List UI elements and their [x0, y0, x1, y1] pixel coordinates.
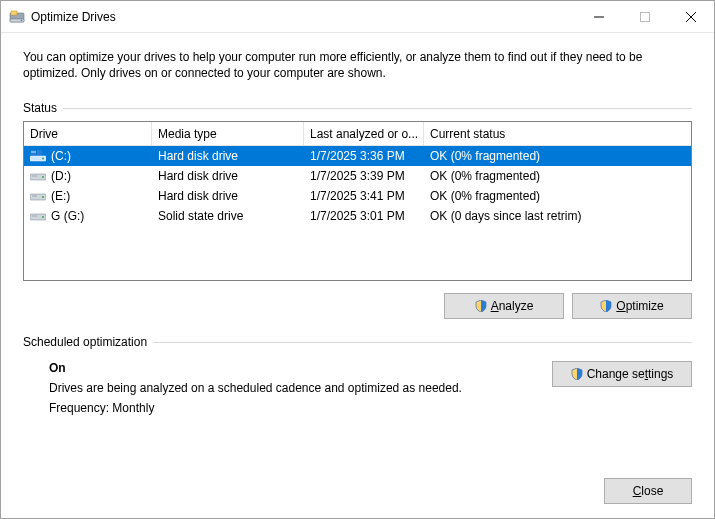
col-header-drive[interactable]: Drive	[24, 122, 152, 145]
titlebar: Optimize Drives	[1, 1, 714, 33]
drive-icon	[30, 190, 46, 202]
maximize-button[interactable]	[622, 1, 668, 32]
drive-last: 1/7/2025 3:39 PM	[304, 169, 424, 183]
shield-icon	[475, 300, 487, 312]
divider	[153, 342, 692, 343]
svg-rect-3	[11, 11, 17, 15]
svg-rect-11	[37, 150, 42, 155]
drive-status: OK (0% fragmented)	[424, 149, 691, 163]
drive-name: G (G:)	[51, 209, 84, 223]
svg-point-2	[21, 19, 23, 21]
table-row[interactable]: (E:)Hard disk drive1/7/2025 3:41 PMOK (0…	[24, 186, 691, 206]
drive-media: Solid state drive	[152, 209, 304, 223]
status-section-label: Status	[23, 101, 692, 115]
table-row[interactable]: G (G:)Solid state drive1/7/2025 3:01 PMO…	[24, 206, 691, 226]
optimize-drives-window: Optimize Drives You can optimize your dr…	[0, 0, 715, 519]
scheduled-desc: Drives are being analyzed on a scheduled…	[49, 381, 552, 395]
optimize-button[interactable]: Optimize	[572, 293, 692, 319]
svg-rect-15	[32, 176, 37, 177]
drive-name: (D:)	[51, 169, 71, 183]
scheduled-section: Scheduled optimization On Drives are bei…	[23, 335, 692, 415]
divider	[63, 108, 692, 109]
scheduled-section-label: Scheduled optimization	[23, 335, 692, 349]
table-row[interactable]: (D:)Hard disk drive1/7/2025 3:39 PMOK (0…	[24, 166, 691, 186]
change-settings-label: Change settings	[587, 367, 674, 381]
analyze-button[interactable]: Analyze	[444, 293, 564, 319]
drive-status: OK (0 days since last retrim)	[424, 209, 691, 223]
col-header-status[interactable]: Current status	[424, 122, 691, 145]
scheduled-body: On Drives are being analyzed on a schedu…	[23, 355, 692, 415]
scheduled-label-text: Scheduled optimization	[23, 335, 147, 349]
table-row[interactable]: (C:)Hard disk drive1/7/2025 3:36 PMOK (0…	[24, 146, 691, 166]
intro-text: You can optimize your drives to help you…	[23, 49, 692, 81]
col-header-media[interactable]: Media type	[152, 122, 304, 145]
drive-media: Hard disk drive	[152, 189, 304, 203]
drive-last: 1/7/2025 3:36 PM	[304, 149, 424, 163]
close-button[interactable]: Close	[604, 478, 692, 504]
change-settings-button[interactable]: Change settings	[552, 361, 692, 387]
drive-media: Hard disk drive	[152, 149, 304, 163]
window-controls	[576, 1, 714, 32]
window-title: Optimize Drives	[31, 10, 576, 24]
svg-point-20	[42, 216, 44, 218]
scheduled-on: On	[49, 361, 552, 375]
table-header[interactable]: Drive Media type Last analyzed or o... C…	[24, 122, 691, 146]
drive-icon	[30, 170, 46, 182]
drive-status: OK (0% fragmented)	[424, 169, 691, 183]
close-label: Close	[633, 484, 664, 498]
svg-rect-5	[641, 12, 650, 21]
drive-name: (C:)	[51, 149, 71, 163]
shield-icon	[600, 300, 612, 312]
action-buttons: Analyze Optimize	[23, 293, 692, 319]
analyze-label: Analyze	[491, 299, 534, 313]
svg-rect-21	[32, 216, 37, 217]
minimize-button[interactable]	[576, 1, 622, 32]
drive-media: Hard disk drive	[152, 169, 304, 183]
app-icon	[9, 9, 25, 25]
col-header-last[interactable]: Last analyzed or o...	[304, 122, 424, 145]
svg-point-9	[42, 158, 44, 160]
drive-icon	[30, 210, 46, 222]
close-window-button[interactable]	[668, 1, 714, 32]
svg-point-17	[42, 196, 44, 198]
drives-table: Drive Media type Last analyzed or o... C…	[23, 121, 692, 281]
svg-rect-18	[32, 196, 37, 197]
drive-icon	[30, 150, 46, 162]
svg-rect-12	[31, 151, 36, 153]
drive-last: 1/7/2025 3:01 PM	[304, 209, 424, 223]
status-label-text: Status	[23, 101, 57, 115]
table-body: (C:)Hard disk drive1/7/2025 3:36 PMOK (0…	[24, 146, 691, 226]
footer: Close	[1, 467, 714, 518]
content-area: You can optimize your drives to help you…	[1, 33, 714, 467]
optimize-label: Optimize	[616, 299, 663, 313]
shield-icon	[571, 368, 583, 380]
drive-status: OK (0% fragmented)	[424, 189, 691, 203]
scheduled-text: On Drives are being analyzed on a schedu…	[49, 361, 552, 415]
drive-last: 1/7/2025 3:41 PM	[304, 189, 424, 203]
scheduled-freq: Frequency: Monthly	[49, 401, 552, 415]
drive-name: (E:)	[51, 189, 70, 203]
svg-point-14	[42, 176, 44, 178]
